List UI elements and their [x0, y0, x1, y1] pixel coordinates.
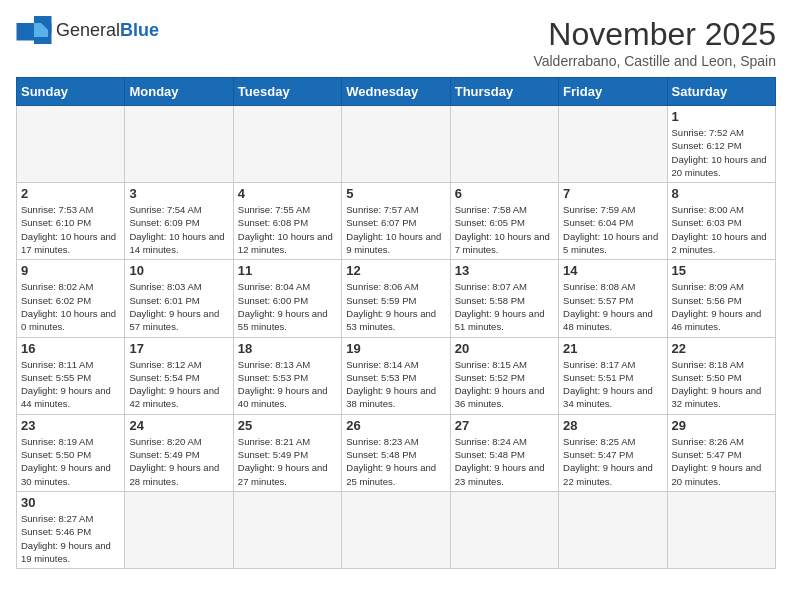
weekday-header: Friday	[559, 78, 667, 106]
calendar-cell: 14Sunrise: 8:08 AM Sunset: 5:57 PM Dayli…	[559, 260, 667, 337]
day-number: 11	[238, 263, 337, 278]
day-number: 16	[21, 341, 120, 356]
day-number: 23	[21, 418, 120, 433]
calendar-cell: 4Sunrise: 7:55 AM Sunset: 6:08 PM Daylig…	[233, 183, 341, 260]
calendar-cell: 7Sunrise: 7:59 AM Sunset: 6:04 PM Daylig…	[559, 183, 667, 260]
calendar-cell: 6Sunrise: 7:58 AM Sunset: 6:05 PM Daylig…	[450, 183, 558, 260]
title-area: November 2025 Valderrabano, Castille and…	[533, 16, 776, 69]
calendar-cell	[17, 106, 125, 183]
weekday-header: Wednesday	[342, 78, 450, 106]
calendar-week-row: 1Sunrise: 7:52 AM Sunset: 6:12 PM Daylig…	[17, 106, 776, 183]
calendar-cell: 29Sunrise: 8:26 AM Sunset: 5:47 PM Dayli…	[667, 414, 775, 491]
day-number: 27	[455, 418, 554, 433]
calendar-cell: 3Sunrise: 7:54 AM Sunset: 6:09 PM Daylig…	[125, 183, 233, 260]
calendar-week-row: 9Sunrise: 8:02 AM Sunset: 6:02 PM Daylig…	[17, 260, 776, 337]
day-number: 25	[238, 418, 337, 433]
calendar-cell: 11Sunrise: 8:04 AM Sunset: 6:00 PM Dayli…	[233, 260, 341, 337]
calendar-cell: 5Sunrise: 7:57 AM Sunset: 6:07 PM Daylig…	[342, 183, 450, 260]
calendar-cell: 18Sunrise: 8:13 AM Sunset: 5:53 PM Dayli…	[233, 337, 341, 414]
day-info: Sunrise: 8:14 AM Sunset: 5:53 PM Dayligh…	[346, 358, 445, 411]
location-title: Valderrabano, Castille and Leon, Spain	[533, 53, 776, 69]
day-info: Sunrise: 8:11 AM Sunset: 5:55 PM Dayligh…	[21, 358, 120, 411]
calendar-cell: 21Sunrise: 8:17 AM Sunset: 5:51 PM Dayli…	[559, 337, 667, 414]
day-info: Sunrise: 7:57 AM Sunset: 6:07 PM Dayligh…	[346, 203, 445, 256]
calendar-cell: 30Sunrise: 8:27 AM Sunset: 5:46 PM Dayli…	[17, 491, 125, 568]
calendar-cell: 25Sunrise: 8:21 AM Sunset: 5:49 PM Dayli…	[233, 414, 341, 491]
weekday-header-row: SundayMondayTuesdayWednesdayThursdayFrid…	[17, 78, 776, 106]
calendar-week-row: 23Sunrise: 8:19 AM Sunset: 5:50 PM Dayli…	[17, 414, 776, 491]
day-info: Sunrise: 7:55 AM Sunset: 6:08 PM Dayligh…	[238, 203, 337, 256]
calendar-cell: 13Sunrise: 8:07 AM Sunset: 5:58 PM Dayli…	[450, 260, 558, 337]
calendar: SundayMondayTuesdayWednesdayThursdayFrid…	[16, 77, 776, 569]
day-number: 19	[346, 341, 445, 356]
calendar-week-row: 2Sunrise: 7:53 AM Sunset: 6:10 PM Daylig…	[17, 183, 776, 260]
day-info: Sunrise: 8:24 AM Sunset: 5:48 PM Dayligh…	[455, 435, 554, 488]
day-number: 9	[21, 263, 120, 278]
calendar-cell: 2Sunrise: 7:53 AM Sunset: 6:10 PM Daylig…	[17, 183, 125, 260]
day-number: 1	[672, 109, 771, 124]
calendar-cell: 19Sunrise: 8:14 AM Sunset: 5:53 PM Dayli…	[342, 337, 450, 414]
day-number: 4	[238, 186, 337, 201]
calendar-cell: 12Sunrise: 8:06 AM Sunset: 5:59 PM Dayli…	[342, 260, 450, 337]
day-number: 12	[346, 263, 445, 278]
calendar-cell	[342, 106, 450, 183]
calendar-cell: 9Sunrise: 8:02 AM Sunset: 6:02 PM Daylig…	[17, 260, 125, 337]
calendar-week-row: 16Sunrise: 8:11 AM Sunset: 5:55 PM Dayli…	[17, 337, 776, 414]
calendar-cell: 15Sunrise: 8:09 AM Sunset: 5:56 PM Dayli…	[667, 260, 775, 337]
calendar-cell	[450, 491, 558, 568]
day-info: Sunrise: 7:52 AM Sunset: 6:12 PM Dayligh…	[672, 126, 771, 179]
day-info: Sunrise: 8:09 AM Sunset: 5:56 PM Dayligh…	[672, 280, 771, 333]
day-info: Sunrise: 8:02 AM Sunset: 6:02 PM Dayligh…	[21, 280, 120, 333]
day-number: 28	[563, 418, 662, 433]
day-info: Sunrise: 8:18 AM Sunset: 5:50 PM Dayligh…	[672, 358, 771, 411]
day-info: Sunrise: 7:59 AM Sunset: 6:04 PM Dayligh…	[563, 203, 662, 256]
day-info: Sunrise: 8:08 AM Sunset: 5:57 PM Dayligh…	[563, 280, 662, 333]
day-number: 21	[563, 341, 662, 356]
day-number: 30	[21, 495, 120, 510]
day-number: 29	[672, 418, 771, 433]
calendar-cell: 8Sunrise: 8:00 AM Sunset: 6:03 PM Daylig…	[667, 183, 775, 260]
calendar-cell	[233, 491, 341, 568]
day-info: Sunrise: 8:21 AM Sunset: 5:49 PM Dayligh…	[238, 435, 337, 488]
calendar-cell: 16Sunrise: 8:11 AM Sunset: 5:55 PM Dayli…	[17, 337, 125, 414]
day-number: 8	[672, 186, 771, 201]
calendar-cell	[125, 491, 233, 568]
logo-icon	[16, 16, 52, 44]
day-info: Sunrise: 8:19 AM Sunset: 5:50 PM Dayligh…	[21, 435, 120, 488]
day-info: Sunrise: 8:12 AM Sunset: 5:54 PM Dayligh…	[129, 358, 228, 411]
day-info: Sunrise: 8:06 AM Sunset: 5:59 PM Dayligh…	[346, 280, 445, 333]
weekday-header: Saturday	[667, 78, 775, 106]
day-number: 2	[21, 186, 120, 201]
weekday-header: Tuesday	[233, 78, 341, 106]
day-info: Sunrise: 8:27 AM Sunset: 5:46 PM Dayligh…	[21, 512, 120, 565]
day-info: Sunrise: 8:13 AM Sunset: 5:53 PM Dayligh…	[238, 358, 337, 411]
weekday-header: Sunday	[17, 78, 125, 106]
calendar-cell: 27Sunrise: 8:24 AM Sunset: 5:48 PM Dayli…	[450, 414, 558, 491]
day-info: Sunrise: 8:25 AM Sunset: 5:47 PM Dayligh…	[563, 435, 662, 488]
calendar-cell	[559, 491, 667, 568]
day-number: 14	[563, 263, 662, 278]
calendar-cell: 26Sunrise: 8:23 AM Sunset: 5:48 PM Dayli…	[342, 414, 450, 491]
day-info: Sunrise: 8:15 AM Sunset: 5:52 PM Dayligh…	[455, 358, 554, 411]
calendar-cell: 22Sunrise: 8:18 AM Sunset: 5:50 PM Dayli…	[667, 337, 775, 414]
day-number: 22	[672, 341, 771, 356]
logo: GeneralBlue	[16, 16, 159, 44]
day-info: Sunrise: 8:04 AM Sunset: 6:00 PM Dayligh…	[238, 280, 337, 333]
day-info: Sunrise: 8:17 AM Sunset: 5:51 PM Dayligh…	[563, 358, 662, 411]
weekday-header: Monday	[125, 78, 233, 106]
calendar-cell	[233, 106, 341, 183]
calendar-cell	[559, 106, 667, 183]
day-number: 15	[672, 263, 771, 278]
day-number: 20	[455, 341, 554, 356]
calendar-cell: 1Sunrise: 7:52 AM Sunset: 6:12 PM Daylig…	[667, 106, 775, 183]
calendar-cell	[125, 106, 233, 183]
calendar-cell: 28Sunrise: 8:25 AM Sunset: 5:47 PM Dayli…	[559, 414, 667, 491]
day-number: 13	[455, 263, 554, 278]
day-info: Sunrise: 7:58 AM Sunset: 6:05 PM Dayligh…	[455, 203, 554, 256]
calendar-cell	[450, 106, 558, 183]
weekday-header: Thursday	[450, 78, 558, 106]
calendar-cell	[667, 491, 775, 568]
day-number: 24	[129, 418, 228, 433]
day-number: 18	[238, 341, 337, 356]
calendar-cell: 17Sunrise: 8:12 AM Sunset: 5:54 PM Dayli…	[125, 337, 233, 414]
